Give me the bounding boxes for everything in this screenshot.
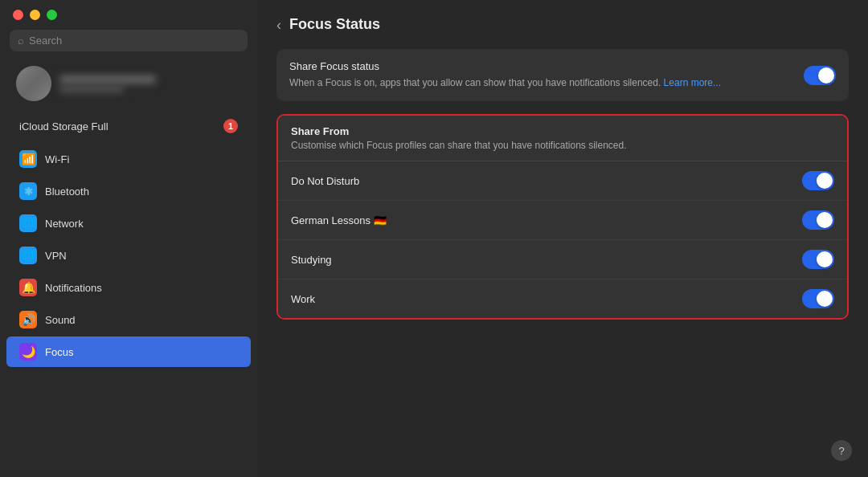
notifications-icon: 🔔 (19, 279, 37, 296)
search-input[interactable]: Search (29, 35, 62, 47)
main-content: ‹ Focus Status Share Focus status When a… (257, 0, 868, 477)
icloud-badge: 1 (223, 119, 238, 133)
sidebar-item-vpn[interactable]: 🌐 VPN (6, 240, 251, 271)
sidebar: ⌕ Search iCloud Storage Full 1 📶 Wi-Fi ✱… (0, 0, 257, 477)
back-button[interactable]: ‹ (276, 18, 281, 32)
share-focus-desc: When a Focus is on, apps that you allow … (289, 75, 796, 90)
focus-item-work: Work (278, 279, 847, 318)
sidebar-item-sound-label: Sound (45, 314, 76, 326)
do-not-disturb-toggle[interactable] (802, 171, 834, 190)
search-bar[interactable]: ⌕ Search (10, 30, 248, 51)
focus-item-german-lessons: German Lessons 🇩🇪 (278, 201, 847, 240)
focus-item-studying: Studying (278, 240, 847, 279)
learn-more-link[interactable]: Learn more... (664, 77, 721, 88)
user-name (59, 75, 156, 84)
studying-toggle[interactable] (802, 250, 834, 269)
page-title: Focus Status (289, 16, 380, 33)
share-focus-text: Share Focus status When a Focus is on, a… (289, 60, 796, 90)
share-from-title: Share From (291, 125, 834, 137)
sidebar-item-vpn-label: VPN (45, 250, 67, 262)
focus-item-do-not-disturb-label: Do Not Disturb (291, 175, 802, 187)
network-icon: 🌐 (19, 214, 37, 232)
sidebar-item-network-label: Network (45, 218, 84, 230)
work-toggle[interactable] (802, 289, 834, 308)
avatar (16, 66, 51, 101)
icloud-row[interactable]: iCloud Storage Full 1 (6, 112, 251, 140)
user-info (59, 75, 156, 92)
sound-icon: 🔊 (19, 311, 37, 328)
wifi-icon: 📶 (19, 150, 37, 168)
sidebar-item-sound[interactable]: 🔊 Sound (6, 304, 251, 335)
sidebar-item-focus[interactable]: 🌙 Focus (6, 336, 251, 367)
search-icon: ⌕ (18, 35, 24, 47)
sidebar-item-notifications[interactable]: 🔔 Notifications (6, 272, 251, 303)
minimize-button[interactable] (30, 10, 40, 20)
focus-item-do-not-disturb: Do Not Disturb (278, 161, 847, 201)
focus-item-work-label: Work (291, 293, 802, 305)
sidebar-item-wifi-label: Wi-Fi (45, 153, 69, 165)
focus-icon: 🌙 (19, 343, 37, 361)
sidebar-item-focus-label: Focus (45, 346, 73, 358)
german-lessons-toggle[interactable] (802, 210, 834, 230)
user-subtitle (59, 86, 124, 92)
focus-item-german-lessons-label: German Lessons 🇩🇪 (291, 214, 802, 226)
share-from-desc: Customise which Focus profiles can share… (291, 140, 834, 151)
maximize-button[interactable] (47, 10, 57, 20)
share-from-section: Share From Customise which Focus profile… (276, 114, 849, 320)
page-header: ‹ Focus Status (276, 16, 849, 33)
bluetooth-icon: ✱ (19, 182, 37, 200)
vpn-icon: 🌐 (19, 247, 37, 264)
share-focus-toggle[interactable] (804, 66, 836, 85)
sidebar-item-bluetooth-label: Bluetooth (45, 186, 89, 198)
sidebar-item-network[interactable]: 🌐 Network (6, 208, 251, 238)
help-button[interactable]: ? (831, 440, 852, 461)
sidebar-item-notifications-label: Notifications (45, 282, 102, 294)
sidebar-item-bluetooth[interactable]: ✱ Bluetooth (6, 176, 251, 206)
share-focus-title: Share Focus status (289, 60, 796, 72)
close-button[interactable] (13, 10, 23, 20)
share-from-header: Share From Customise which Focus profile… (278, 116, 847, 161)
window-controls (0, 10, 257, 30)
share-focus-card: Share Focus status When a Focus is on, a… (276, 49, 849, 101)
icloud-label: iCloud Storage Full (19, 120, 223, 132)
focus-item-studying-label: Studying (291, 254, 802, 266)
user-section (10, 61, 248, 106)
sidebar-item-wifi[interactable]: 📶 Wi-Fi (6, 144, 251, 174)
